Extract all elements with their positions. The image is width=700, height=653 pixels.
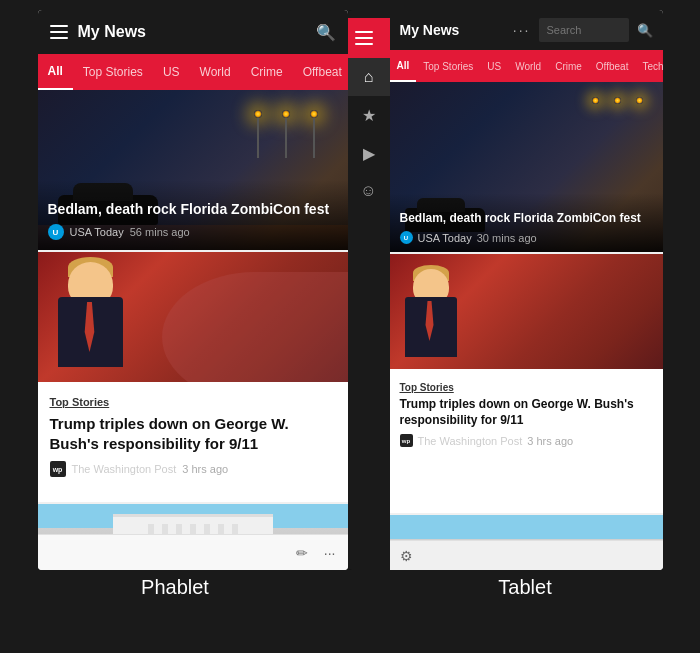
card1-meta: U USA Today 56 mins ago	[48, 224, 338, 240]
tablet-search-input[interactable]	[539, 18, 629, 42]
card2-body: Top Stories Trump triples down on George…	[38, 382, 348, 487]
tablet-tab-crime[interactable]: Crime	[548, 50, 589, 82]
phone-frame: My News 🔍 All Top Stories US World Crime…	[38, 10, 348, 570]
tablet-hero-card[interactable]: Bedlam, death rock Florida ZombiCon fest…	[390, 82, 663, 252]
court-columns	[148, 524, 238, 534]
card1-title: Bedlam, death rock Florida ZombiCon fest	[48, 200, 338, 218]
phone-content: Bedlam, death rock Florida ZombiCon fest…	[38, 90, 348, 534]
tablet-card2-meta: wp The Washington Post 3 hrs ago	[400, 434, 653, 447]
tablet-trump-bg	[390, 254, 663, 369]
card2-category: Top Stories	[50, 396, 110, 408]
tablet-card1-meta: U USA Today 30 mins ago	[400, 231, 653, 244]
tablet-card2-category: Top Stories	[400, 382, 454, 393]
card1-time: 56 mins ago	[130, 226, 190, 238]
hero-image: Bedlam, death rock Florida ZombiCon fest…	[38, 90, 348, 250]
tab-us[interactable]: US	[153, 54, 190, 90]
wp-logo: wp	[50, 461, 66, 477]
tab-crime[interactable]: Crime	[241, 54, 293, 90]
court-bg	[38, 504, 348, 534]
phablet-device: My News 🔍 All Top Stories US World Crime…	[38, 10, 348, 570]
devices-container: My News 🔍 All Top Stories US World Crime…	[0, 0, 700, 570]
tablet-card2-title: Trump triples down on George W. Bush's r…	[400, 397, 653, 428]
sidebar-user-icon[interactable]: ☺	[348, 172, 390, 210]
tablet-tabs: All Top Stories US World Crime Offbeat T…	[390, 50, 663, 82]
search-icon[interactable]: 🔍	[316, 23, 336, 42]
tablet-tab-technology[interactable]: Technology	[635, 50, 662, 82]
tablet-card1-title: Bedlam, death rock Florida ZombiCon fest	[400, 211, 653, 227]
tab-top-stories[interactable]: Top Stories	[73, 54, 153, 90]
card2-title: Trump triples down on George W. Bush's r…	[50, 414, 336, 453]
sidebar-star-icon[interactable]: ★	[348, 96, 390, 134]
tab-offbeat[interactable]: Offbeat	[293, 54, 348, 90]
tablet-more-dots[interactable]: ···	[513, 22, 531, 38]
news-card-trump[interactable]: Top Stories Trump triples down on George…	[38, 252, 348, 502]
card2-time: 3 hrs ago	[182, 463, 228, 475]
tablet-content: Bedlam, death rock Florida ZombiCon fest…	[390, 82, 663, 540]
tablet-card2-source: The Washington Post	[418, 435, 523, 447]
tablet-tab-world[interactable]: World	[508, 50, 548, 82]
tablet-street-lights	[592, 97, 643, 104]
tablet-main: My News ··· 🔍 All Top Stories US World C…	[390, 10, 663, 570]
tablet-search-icon[interactable]: 🔍	[637, 23, 653, 38]
trump-image	[38, 252, 348, 382]
trump-bg	[38, 252, 348, 382]
tablet-header: My News ··· 🔍	[390, 10, 663, 50]
tablet-trump-image	[390, 254, 663, 369]
tablet-trump-card[interactable]: Top Stories Trump triples down on George…	[390, 254, 663, 513]
phablet-label-cell: Phablet	[0, 576, 350, 599]
tablet-label: Tablet	[498, 576, 551, 598]
tablet-card1-time: 30 mins ago	[477, 232, 537, 244]
tablet-tab-us[interactable]: US	[480, 50, 508, 82]
tablet-tab-top-stories[interactable]: Top Stories	[416, 50, 480, 82]
tablet-card1-source: USA Today	[418, 232, 472, 244]
card2-source: The Washington Post	[72, 463, 177, 475]
tablet-card2-body: Top Stories Trump triples down on George…	[390, 369, 663, 455]
card1-source: USA Today	[70, 226, 124, 238]
more-icon[interactable]: ···	[324, 545, 336, 561]
edit-icon[interactable]: ✏	[296, 545, 308, 561]
tablet-frame: ⌂ ★ ▶ ☺ My News ··· 🔍 All Top Stories	[348, 10, 663, 570]
settings-gear-icon[interactable]: ⚙	[400, 548, 413, 564]
tablet-trump-figure	[405, 269, 485, 369]
street-lights	[254, 110, 318, 158]
tablet-usatoday-logo: U	[400, 231, 413, 244]
tablet-court-bg	[390, 515, 663, 540]
phone-app: My News 🔍 All Top Stories US World Crime…	[38, 10, 348, 570]
tablet-device: ⌂ ★ ▶ ☺ My News ··· 🔍 All Top Stories	[348, 10, 663, 570]
tablet-app-title: My News	[400, 22, 505, 38]
usatoday-logo: U	[48, 224, 64, 240]
tablet-tab-offbeat[interactable]: Offbeat	[589, 50, 636, 82]
tab-world[interactable]: World	[190, 54, 241, 90]
tab-all[interactable]: All	[38, 54, 73, 90]
hamburger-icon[interactable]	[50, 25, 68, 39]
tablet-court-peek	[390, 515, 663, 540]
hamburger-icon-tablet	[355, 31, 373, 45]
sidebar-play-icon[interactable]: ▶	[348, 134, 390, 172]
crowd-bg	[162, 272, 348, 382]
phone-tabs: All Top Stories US World Crime Offbeat T…	[38, 54, 348, 90]
tablet-label-cell: Tablet	[350, 576, 700, 599]
card2-meta: wp The Washington Post 3 hrs ago	[50, 461, 336, 477]
phablet-label: Phablet	[141, 576, 209, 598]
court-building	[113, 514, 273, 534]
sidebar-hamburger[interactable]	[348, 18, 390, 58]
news-card-zombicon[interactable]: Bedlam, death rock Florida ZombiCon fest…	[38, 90, 348, 250]
tablet-card2-time: 3 hrs ago	[527, 435, 573, 447]
phone-footer: ✏ ···	[38, 534, 348, 570]
tablet-tab-all[interactable]: All	[390, 50, 417, 82]
court-peek	[38, 504, 348, 534]
tablet-sidebar: ⌂ ★ ▶ ☺	[348, 10, 390, 570]
tablet-wp-logo: wp	[400, 434, 413, 447]
device-labels-row: Phablet Tablet	[0, 570, 700, 603]
hero-overlay: Bedlam, death rock Florida ZombiCon fest…	[38, 180, 348, 250]
sidebar-home-icon[interactable]: ⌂	[348, 58, 390, 96]
app-title: My News	[78, 23, 316, 41]
trump-figure	[58, 262, 158, 382]
phone-header: My News 🔍	[38, 10, 348, 54]
tablet-hero-overlay: Bedlam, death rock Florida ZombiCon fest…	[390, 193, 663, 252]
tablet-footer: ⚙	[390, 540, 663, 570]
